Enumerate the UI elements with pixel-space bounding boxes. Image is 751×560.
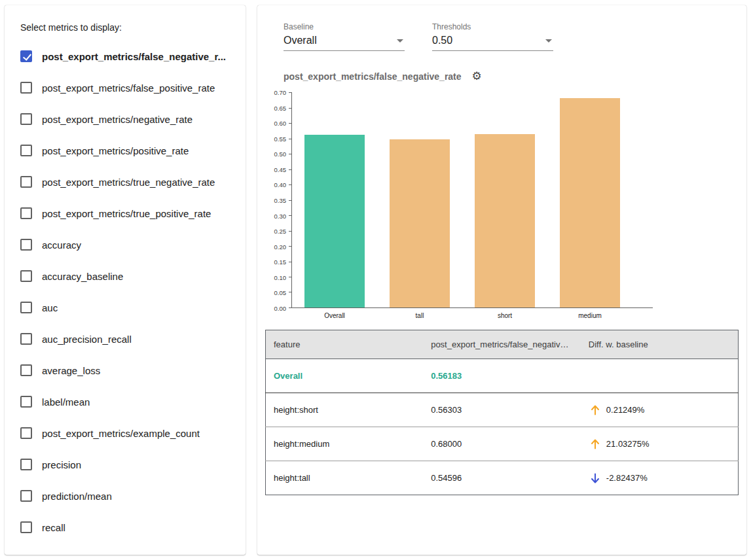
y-tick: [289, 92, 292, 93]
page: Select metrics to display: post_export_m…: [0, 0, 751, 560]
metric-item[interactable]: accuracy: [20, 229, 230, 260]
metric-checkbox[interactable]: [20, 396, 32, 408]
y-tick: [289, 154, 292, 154]
y-tick-label: 0.30: [274, 212, 287, 219]
y-tick-label: 0.60: [274, 120, 287, 127]
y-tick: [289, 200, 292, 201]
metric-checkbox[interactable]: [20, 459, 32, 470]
bar-slot: [462, 92, 547, 307]
feature-cell: height:short: [266, 393, 424, 427]
x-tick-label: medium: [547, 312, 632, 319]
feature-cell: Overall: [266, 359, 424, 393]
y-tick: [289, 139, 292, 139]
y-tick-label: 0.20: [274, 243, 287, 250]
metric-item[interactable]: auc_precision_recall: [20, 323, 230, 355]
gear-icon[interactable]: ⚙: [472, 71, 482, 82]
metric-checkbox[interactable]: [20, 521, 32, 533]
y-tick: [289, 184, 292, 185]
metric-checkbox[interactable]: [20, 364, 32, 376]
metric-label: label/mean: [42, 396, 90, 408]
metric-label: prediction/mean: [42, 491, 112, 502]
metric-checkbox[interactable]: [20, 490, 32, 502]
y-tick-label: 0.35: [274, 197, 287, 204]
y-tick-label: 0.15: [274, 258, 287, 266]
metric-checkbox[interactable]: [20, 270, 32, 282]
metric-item[interactable]: average_loss: [20, 355, 230, 386]
down-arrow-icon: [589, 472, 602, 485]
metric-item[interactable]: post_export_metrics/true_positive_rate: [20, 198, 230, 229]
metric-item[interactable]: recall: [20, 512, 230, 543]
diff-value: 0.21249%: [606, 405, 645, 415]
y-tick: [289, 246, 292, 247]
metric-checkbox[interactable]: [20, 113, 32, 125]
table-header-cell: feature: [266, 330, 424, 359]
bar-tall[interactable]: [390, 139, 450, 307]
bar-slot: [292, 92, 377, 307]
table-row: height:medium0.6800021.03275%: [266, 427, 739, 461]
metric-item[interactable]: accuracy_baseline: [20, 260, 230, 292]
table-header-cell: post_export_metrics/false_negative_rat..…: [423, 330, 581, 359]
y-tick: [289, 169, 292, 170]
y-axis: 0.000.050.100.150.200.250.300.350.400.45…: [265, 92, 291, 308]
metric-item[interactable]: post_export_metrics/true_negative_rate: [20, 166, 230, 198]
y-tick: [289, 277, 292, 277]
metric-checkbox[interactable]: [20, 333, 32, 345]
y-tick-label: 0.55: [274, 135, 287, 142]
metric-checkbox[interactable]: [20, 302, 32, 313]
metric-label: precision: [42, 459, 81, 470]
metric-item[interactable]: post_export_metrics/example_count: [20, 417, 230, 449]
bar-chart: 0.000.050.100.150.200.250.300.350.400.45…: [265, 92, 739, 319]
metric-item[interactable]: post_export_metrics/negative_rate: [20, 103, 230, 135]
y-tick-label: 0.65: [274, 104, 287, 111]
value-cell: 0.54596: [423, 461, 581, 495]
table-header-cell: Diff. w. baseline: [581, 330, 739, 359]
bar-short[interactable]: [475, 134, 535, 307]
value-cell: 0.68000: [423, 427, 581, 461]
chart-title: post_export_metrics/false_negative_rate: [284, 71, 462, 82]
table-row: height:tall0.54596-2.82437%: [266, 461, 739, 495]
metric-item[interactable]: label/mean: [20, 386, 230, 417]
y-tick: [289, 292, 292, 292]
y-tick: [289, 123, 292, 124]
y-tick: [289, 108, 292, 109]
chevron-down-icon: [397, 39, 403, 43]
x-tick-label: Overall: [292, 312, 377, 319]
metric-item[interactable]: post_export_metrics/false_positive_rate: [20, 72, 230, 103]
y-tick: [289, 262, 292, 262]
metric-checkbox[interactable]: [20, 239, 32, 251]
y-tick: [289, 215, 292, 216]
metric-checkbox[interactable]: [20, 82, 32, 94]
x-tick-label: short: [462, 312, 547, 319]
metric-checkbox[interactable]: [20, 145, 32, 156]
diff-value: 21.03275%: [606, 439, 650, 449]
baseline-select[interactable]: Overall: [284, 33, 405, 51]
metric-checkbox[interactable]: [20, 50, 32, 62]
y-tick-label: 0.70: [274, 89, 287, 96]
metric-item[interactable]: prediction/mean: [20, 480, 230, 512]
thresholds-label: Thresholds: [432, 22, 553, 31]
metric-checkbox[interactable]: [20, 207, 32, 219]
chart-plot-row: 0.000.050.100.150.200.250.300.350.400.45…: [265, 92, 739, 308]
up-arrow-icon: [589, 404, 602, 417]
metric-checkbox[interactable]: [20, 176, 32, 188]
bar-medium[interactable]: [560, 98, 620, 307]
metric-label: auc: [42, 302, 58, 313]
metric-item[interactable]: post_export_metrics/positive_rate: [20, 135, 230, 166]
metric-checkbox[interactable]: [20, 427, 32, 439]
thresholds-select[interactable]: 0.50: [432, 33, 553, 51]
baseline-control: Baseline Overall: [284, 22, 405, 51]
metric-item[interactable]: precision: [20, 449, 230, 480]
thresholds-control: Thresholds 0.50: [432, 22, 553, 51]
metric-label: post_export_metrics/true_positive_rate: [42, 208, 211, 219]
metric-label: average_loss: [42, 365, 100, 376]
metric-item[interactable]: auc: [20, 292, 230, 323]
metrics-panel-title: Select metrics to display:: [20, 22, 230, 33]
bar-Overall[interactable]: [304, 135, 365, 307]
value-cell: 0.56303: [423, 393, 581, 427]
results-panel: Baseline Overall Thresholds 0.50 post_ex…: [257, 5, 746, 555]
metric-label: recall: [42, 522, 65, 533]
metric-item[interactable]: post_export_metrics/false_negative_r...: [20, 41, 230, 72]
y-tick-label: 0.50: [274, 150, 287, 158]
metric-label: post_export_metrics/negative_rate: [42, 114, 192, 125]
y-tick-label: 0.10: [274, 273, 287, 281]
